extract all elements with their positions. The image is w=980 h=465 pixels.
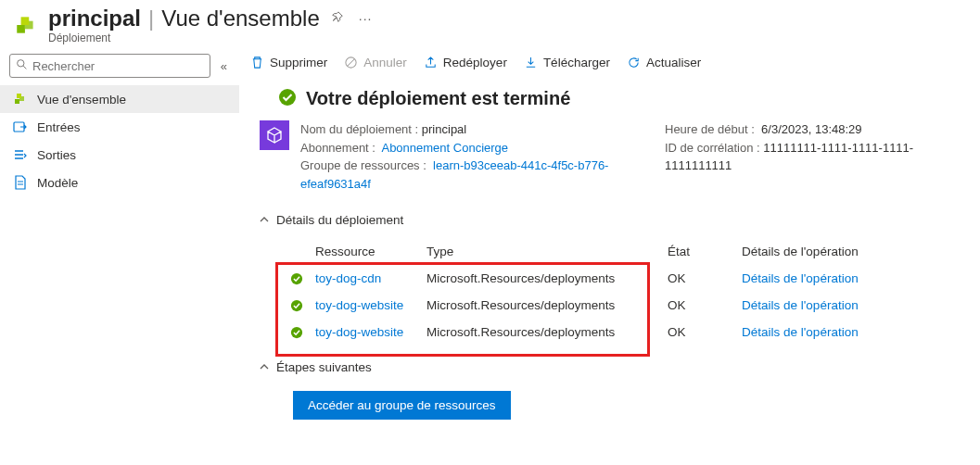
toolbar: Supprimer Annuler Redéployer Télécharger… (247, 54, 980, 81)
more-icon[interactable]: ··· (355, 7, 376, 30)
search-input[interactable] (32, 59, 204, 73)
col-status: État (668, 245, 742, 258)
type-cell: Microsoft.Resources/deployments (426, 298, 668, 312)
sidebar-item-label: Sorties (37, 148, 76, 162)
pin-icon[interactable] (327, 7, 348, 31)
sidebar-item-label: Modèle (37, 176, 78, 190)
svg-rect-5 (15, 99, 19, 104)
svg-point-18 (291, 299, 302, 310)
start-time-label: Heure de début : (665, 122, 755, 136)
template-icon (13, 175, 28, 190)
sidebar-item-label: Vue d'ensemble (37, 93, 126, 107)
deployment-meta: Nom du déploiement : principal Abonnemen… (247, 120, 980, 193)
sidebar-item-label: Entrées (37, 120, 81, 134)
title-separator: | (148, 6, 154, 31)
subscription-label: Abonnement : (300, 141, 375, 155)
col-type: Type (426, 245, 668, 258)
operation-details-link[interactable]: Détails de l'opération (742, 325, 946, 339)
resource-link[interactable]: toy-dog-website (315, 325, 426, 339)
subscription-link[interactable]: Abonnement Concierge (381, 141, 508, 155)
status-cell: OK (668, 271, 742, 285)
table-row: toy-dog-cdn Microsoft.Resources/deployme… (278, 265, 946, 292)
sidebar-item-outputs[interactable]: Sorties (0, 141, 239, 169)
svg-point-16 (279, 89, 296, 106)
resource-link[interactable]: toy-dog-cdn (315, 271, 426, 285)
row-status-icon (278, 299, 315, 312)
deployment-table: Ressource Type État Détails de l'opérati… (278, 238, 946, 346)
row-status-icon (278, 272, 315, 285)
table-header: Ressource Type État Détails de l'opérati… (278, 238, 946, 265)
svg-point-17 (291, 272, 302, 283)
svg-rect-2 (21, 17, 30, 25)
resource-group-label: Groupe de ressources : (300, 158, 426, 172)
type-cell: Microsoft.Resources/deployments (426, 271, 668, 285)
search-box[interactable] (9, 54, 210, 78)
type-cell: Microsoft.Resources/deployments (426, 325, 668, 339)
operation-details-link[interactable]: Détails de l'opération (742, 271, 946, 285)
row-status-icon (278, 326, 315, 339)
operation-details-link[interactable]: Détails de l'opération (742, 298, 946, 312)
page-subtitle: Déploiement (48, 31, 375, 44)
table-row: toy-dog-website Microsoft.Resources/depl… (278, 319, 946, 346)
package-icon (260, 120, 289, 150)
svg-rect-0 (17, 25, 25, 33)
main-panel: Supprimer Annuler Redéployer Télécharger… (239, 44, 980, 465)
svg-line-4 (23, 66, 26, 69)
delete-button[interactable]: Supprimer (250, 56, 327, 69)
col-resource: Ressource (278, 245, 426, 258)
col-details: Détails de l'opération (742, 245, 946, 258)
table-row: toy-dog-website Microsoft.Resources/depl… (278, 292, 946, 319)
page-header: principal | Vue d'ensemble ··· Déploieme… (0, 0, 980, 44)
svg-point-19 (291, 326, 302, 337)
start-time-value: 6/3/2023, 13:48:29 (761, 122, 861, 136)
refresh-button[interactable]: Actualiser (627, 56, 701, 69)
status-cell: OK (668, 298, 742, 312)
outputs-icon (13, 147, 28, 162)
resource-link[interactable]: toy-dog-website (315, 298, 426, 312)
status-row: Votre déploiement est terminé (247, 81, 980, 120)
search-icon (16, 58, 28, 73)
page-section: Vue d'ensemble (161, 6, 319, 31)
inputs-icon (13, 119, 28, 134)
correlation-label: ID de corrélation : (665, 141, 760, 155)
svg-line-15 (348, 59, 355, 67)
details-header[interactable]: Détails du déploiement (247, 206, 980, 232)
deployment-name-label: Nom du déploiement : (300, 122, 418, 136)
cancel-button: Annuler (344, 56, 407, 69)
page-title: principal (48, 6, 141, 31)
sidebar-item-inputs[interactable]: Entrées (0, 113, 239, 141)
svg-rect-7 (17, 94, 21, 98)
collapse-icon[interactable]: « (218, 57, 230, 76)
go-to-resource-group-button[interactable]: Accéder au groupe de ressources (293, 391, 511, 420)
svg-point-3 (18, 60, 24, 67)
status-title: Votre déploiement est terminé (306, 88, 570, 109)
chevron-up-icon (260, 214, 269, 227)
download-button[interactable]: Télécharger (524, 56, 610, 69)
deployment-icon (13, 12, 39, 38)
status-cell: OK (668, 325, 742, 339)
sidebar: « Vue d'ensemble Entrées Sorties Modèle (0, 44, 239, 465)
sidebar-item-overview[interactable]: Vue d'ensemble (0, 85, 239, 113)
deployment-name-value: principal (422, 122, 466, 136)
success-icon (278, 88, 297, 109)
redeploy-button[interactable]: Redéployer (424, 56, 507, 69)
next-steps-header[interactable]: Étapes suivantes (247, 346, 980, 383)
chevron-up-icon (260, 360, 269, 374)
sidebar-item-template[interactable]: Modèle (0, 169, 239, 196)
overview-icon (13, 92, 28, 107)
